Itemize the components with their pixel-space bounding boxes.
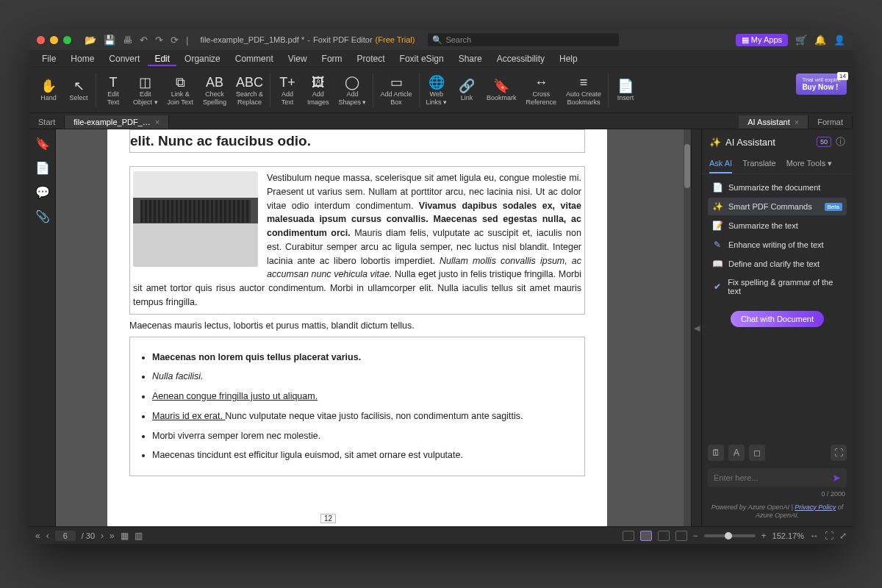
tab-document[interactable]: file-example_PDF_… × (65, 115, 169, 129)
ribbon-web[interactable]: 🌐WebLinks ▾ (422, 73, 452, 107)
view-mode-4[interactable] (675, 531, 687, 541)
tool-icon-expand[interactable]: ⛶ (831, 445, 847, 461)
menu-foxit-esign[interactable]: Foxit eSign (393, 51, 451, 66)
list-item[interactable]: Mauris id ex erat. Nunc vulputate neque … (152, 409, 577, 423)
undo-icon[interactable]: ↶ (140, 35, 148, 46)
ai-action-summarize-the-document[interactable]: 📄Summarize the document (708, 179, 847, 196)
ai-action-enhance-writing-of-the-text[interactable]: ✎Enhance writing of the text (708, 236, 847, 254)
ribbon-check[interactable]: ABCheckSpelling (198, 73, 231, 107)
chat-with-document-button[interactable]: Chat with Document (731, 311, 824, 327)
cart-icon[interactable]: 🛒 (795, 35, 807, 46)
open-icon[interactable]: 📂 (85, 35, 96, 46)
refresh-icon[interactable]: ⟳ (171, 35, 179, 46)
sub-paragraph[interactable]: Maecenas mauris lectus, lobortis et puru… (129, 320, 585, 331)
ai-action-fix-spelling-grammar-of-the-text[interactable]: ✔Fix spelling & grammar of the text (708, 274, 847, 299)
view-continuous-icon[interactable]: ▥ (135, 531, 143, 541)
ribbon-search-[interactable]: ABCSearch &Replace (232, 73, 268, 107)
zoom-out-icon[interactable]: − (693, 531, 698, 541)
page-number-input[interactable]: 6 (55, 531, 76, 541)
ribbon-cross[interactable]: ↔CrossReference (522, 73, 562, 107)
menu-view[interactable]: View (282, 51, 314, 66)
pdf-page[interactable]: elit. Nunc ac faucibus odio. Vestibulum … (107, 129, 607, 526)
menu-form[interactable]: Form (315, 51, 349, 66)
bullet-list[interactable]: Maecenas non lorem quis tellus placerat … (129, 337, 585, 477)
menu-convert[interactable]: Convert (102, 51, 146, 66)
minimize-window[interactable] (50, 36, 58, 44)
ribbon-bookmark[interactable]: 🔖Bookmark (482, 76, 521, 103)
ribbon-link-[interactable]: ⧉Link &Join Text (163, 73, 198, 107)
menu-edit[interactable]: Edit (148, 51, 176, 66)
buy-now-button[interactable]: Trial will expire Buy Now ! 14 (796, 74, 847, 95)
ribbon-insert[interactable]: 📄Insert (611, 76, 640, 103)
view-mode-1[interactable] (623, 531, 634, 541)
ai-prompt-input[interactable]: ➤ (708, 468, 847, 487)
view-thumb-icon[interactable]: ▦ (121, 531, 129, 541)
pages-icon[interactable]: 📄 (35, 161, 50, 175)
tab-ai-assistant[interactable]: AI Assistant × (739, 115, 808, 129)
ribbon-add[interactable]: T+AddText (273, 73, 302, 107)
list-item[interactable]: Morbi viverra semper lorem nec molestie. (152, 429, 577, 443)
redo-icon[interactable]: ↷ (155, 35, 163, 46)
last-page-icon[interactable]: » (110, 531, 115, 541)
save-icon[interactable]: 💾 (104, 35, 115, 46)
ribbon-add[interactable]: 🖼AddImages (303, 73, 334, 107)
user-avatar[interactable]: 👤 (833, 35, 845, 46)
menu-protect[interactable]: Protect (351, 51, 392, 66)
menu-organize[interactable]: Organize (178, 51, 227, 66)
ribbon-select[interactable]: ↖Select (64, 76, 93, 103)
ribbon-edit[interactable]: ◫EditObject ▾ (129, 73, 162, 107)
comments-icon[interactable]: 💬 (35, 185, 50, 199)
print-icon[interactable]: 🖶 (123, 35, 132, 46)
ai-tab-more-tools-[interactable]: More Tools ▾ (786, 154, 833, 173)
zoom-thumb[interactable] (725, 532, 732, 539)
vertical-scrollbar[interactable] (684, 129, 691, 526)
attachments-icon[interactable]: 📎 (35, 209, 50, 223)
ribbon-hand[interactable]: ✋Hand (34, 76, 63, 103)
tool-icon-3[interactable]: ◻ (749, 445, 765, 461)
first-page-icon[interactable]: « (35, 531, 40, 541)
close-icon[interactable]: × (155, 118, 159, 126)
ribbon-edit[interactable]: TEditText (98, 73, 128, 107)
menu-comment[interactable]: Comment (229, 51, 280, 66)
zoom-value[interactable]: 152.17% (772, 531, 804, 540)
ai-action-smart-pdf-commands[interactable]: ✨Smart PDF CommandsBeta (708, 198, 847, 215)
ribbon-add-article[interactable]: ▭Add ArticleBox (376, 73, 416, 107)
document-viewport[interactable]: elit. Nunc ac faucibus odio. Vestibulum … (56, 129, 691, 526)
tab-format[interactable]: Format (808, 115, 853, 129)
fit-width-icon[interactable]: ↔ (810, 531, 819, 541)
view-mode-3[interactable] (658, 531, 670, 541)
close-icon[interactable]: × (795, 118, 799, 126)
ai-action-define-and-clarify-the-text[interactable]: 📖Define and clarify the text (708, 255, 847, 273)
zoom-slider[interactable] (704, 534, 756, 537)
scroll-thumb[interactable] (684, 144, 690, 188)
ribbon-auto-create[interactable]: ≡Auto CreateBookmarks (562, 73, 606, 107)
ai-prompt-field[interactable] (714, 473, 832, 482)
paragraph-block[interactable]: Vestibulum neque massa, scelerisque sit … (129, 166, 585, 315)
list-item[interactable]: Maecenas tincidunt est efficitur ligula … (152, 448, 577, 462)
menu-share[interactable]: Share (452, 51, 489, 66)
next-page-icon[interactable]: › (101, 531, 104, 541)
list-item[interactable]: Maecenas non lorem quis tellus placerat … (152, 351, 577, 365)
maximize-window[interactable] (63, 36, 71, 44)
menu-home[interactable]: Home (64, 51, 101, 66)
ai-tab-translate[interactable]: Translate (742, 154, 775, 173)
close-window[interactable] (37, 36, 45, 44)
bell-icon[interactable]: 🔔 (814, 35, 826, 46)
prev-page-icon[interactable]: ‹ (46, 531, 49, 541)
ribbon-link[interactable]: 🔗Link (452, 76, 481, 103)
tool-icon-1[interactable]: 🗓 (708, 445, 724, 461)
my-apps-button[interactable]: ▦ My Apps (736, 34, 788, 46)
bookmark-icon[interactable]: 🔖 (35, 137, 50, 151)
list-item[interactable]: Nulla facilisi. (152, 370, 577, 384)
zoom-in-icon[interactable]: + (761, 531, 767, 541)
panel-collapse-handle[interactable]: ◀ (691, 129, 701, 526)
menu-file[interactable]: File (35, 51, 62, 66)
ai-action-summarize-the-text[interactable]: 📝Summarize the text (708, 217, 847, 234)
inline-image[interactable] (133, 171, 258, 267)
info-icon[interactable]: ⓘ (836, 135, 845, 148)
send-icon[interactable]: ➤ (832, 472, 841, 484)
list-item[interactable]: Aenean congue fringilla justo ut aliquam… (152, 390, 577, 404)
tab-start[interactable]: Start (29, 115, 65, 129)
menu-accessibility[interactable]: Accessibility (490, 51, 551, 66)
ribbon-add[interactable]: ◯AddShapes ▾ (334, 73, 370, 107)
